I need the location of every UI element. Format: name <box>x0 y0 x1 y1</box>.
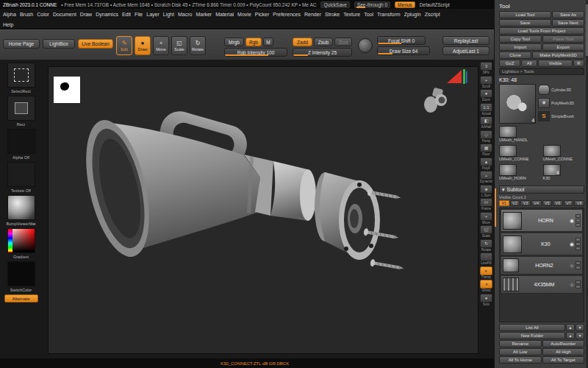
tool-thumbnail[interactable] <box>499 126 517 138</box>
local-symmetry-icon[interactable]: ◈ <box>480 185 492 194</box>
z-intensity-slider[interactable]: Z Intensity 25 <box>293 48 352 57</box>
transparency-icon[interactable]: ◐ <box>480 266 492 275</box>
tab-v8[interactable]: V8 <box>574 200 584 206</box>
menu-material[interactable]: Material <box>215 12 234 17</box>
tool-thumbnail[interactable] <box>499 164 517 176</box>
new-folder-button[interactable]: New Folder <box>499 332 565 339</box>
ghost-icon[interactable]: ◑ <box>480 280 492 289</box>
recent-tool-polymesh3d[interactable]: ★ PolyMesh3D <box>538 97 584 109</box>
goz-visible-button[interactable]: Visible <box>538 60 573 67</box>
recent-tool-umesh-conne-2[interactable]: UMesh_CONNE <box>543 145 585 163</box>
menu-help[interactable]: Help <box>3 22 13 27</box>
rename-button[interactable]: Rename <box>499 340 542 347</box>
tab-v7[interactable]: V7 <box>564 200 574 206</box>
menu-layer[interactable]: Layer <box>146 12 159 17</box>
alpha-off-thumbnail[interactable] <box>7 129 35 154</box>
menu-zscript[interactable]: Zscript <box>425 12 440 17</box>
home-page-button[interactable]: Home Page <box>3 39 40 49</box>
polyframe-icon[interactable]: ▲ <box>480 158 492 166</box>
recent-tool-umesh-handl[interactable]: UMesh_HANDL <box>499 126 541 144</box>
save-next-button[interactable]: Save Next <box>552 19 584 26</box>
zcut-button[interactable]: Zcut <box>334 38 352 46</box>
paste-tool-button[interactable]: Paste Tool <box>542 35 585 43</box>
menu-draw[interactable]: Draw <box>80 12 92 17</box>
tab-v5[interactable]: V5 <box>542 200 553 206</box>
rotate-canvas-icon[interactable]: ↻ <box>480 239 492 248</box>
menu-movie[interactable]: Movie <box>237 12 251 17</box>
all-to-target-button[interactable]: All To Target <box>542 356 585 364</box>
goz-r-button[interactable]: R <box>573 60 584 67</box>
tab-v4[interactable]: V4 <box>531 200 542 206</box>
goz-button[interactable]: GoZ <box>499 60 520 67</box>
visibility-eye-icon[interactable]: ◉ <box>570 241 574 247</box>
active-tool-thumbnail[interactable]: 4 <box>499 84 536 124</box>
recent-tool-simplebrush[interactable]: S SimpleBrush <box>538 110 584 122</box>
subtool-thumbnail[interactable] <box>503 236 522 253</box>
tab-v1[interactable]: V1 <box>499 200 509 206</box>
draw-mode-button[interactable]: ● Draw <box>135 36 151 55</box>
tab-v2[interactable]: V2 <box>510 200 520 206</box>
menu-macro[interactable]: Macro <box>178 12 192 17</box>
alpha-preview-square[interactable] <box>54 77 80 103</box>
replay-last-button[interactable]: ReplayLast <box>442 36 490 45</box>
menu-dynamics[interactable]: Dynamics <box>96 12 118 17</box>
mrgb-button[interactable]: Mrgb <box>224 38 244 46</box>
subtool-section-header[interactable]: ▾ Subtool <box>499 185 584 194</box>
move-mode-button[interactable]: + Move <box>153 36 169 55</box>
visibility-eye-icon[interactable]: ◉ <box>570 263 574 268</box>
menu-document[interactable]: Document <box>53 12 76 17</box>
import-button[interactable]: Import <box>499 43 542 51</box>
folder-down-button[interactable]: ▼ <box>576 332 584 339</box>
recent-tool-k30[interactable]: 4 K30 <box>543 164 585 183</box>
color-picker[interactable] <box>7 228 35 253</box>
tab-v6[interactable]: V6 <box>553 200 563 206</box>
folder-up-button[interactable]: ▲ <box>566 332 575 339</box>
save-as-button[interactable]: Save As <box>552 11 584 18</box>
canvas-3d-model[interactable] <box>49 67 478 353</box>
live-boolean-button[interactable]: Live Boolean <box>78 39 113 49</box>
tab-v3[interactable]: V3 <box>520 200 531 206</box>
menus-button[interactable]: Menus <box>395 1 415 8</box>
make-polymesh3d-button[interactable]: Make PolyMesh3D <box>532 52 584 59</box>
goz-all-button[interactable]: All <box>521 60 537 67</box>
aahalf-icon[interactable]: ◧ <box>480 116 492 125</box>
adjust-last-button[interactable]: AdjustLast 1 <box>442 46 490 55</box>
floor-grid-icon[interactable]: ▦ <box>480 144 492 152</box>
rotate-mode-button[interactable]: ↻ Rotate <box>190 36 206 55</box>
tool-thumbnail[interactable] <box>543 145 561 157</box>
frame-icon[interactable]: ▭ <box>480 198 492 207</box>
focal-shift-slider[interactable]: Focal Shift 0 <box>377 36 426 45</box>
subtool-row-4x35mm[interactable]: 4X35MM ◉ <box>501 275 583 294</box>
zadd-button[interactable]: Zadd <box>293 38 312 46</box>
menu-stroke[interactable]: Stroke <box>325 12 340 17</box>
menu-texture[interactable]: Texture <box>343 12 360 17</box>
default-zscript-label[interactable]: DefaultZScript <box>420 2 450 7</box>
subtool-down-button[interactable]: ▼ <box>576 324 584 331</box>
visibility-eye-icon[interactable]: ◉ <box>570 282 574 287</box>
menu-transform[interactable]: Transform <box>377 12 401 17</box>
clone-button[interactable]: Clone <box>499 52 531 59</box>
visibility-eye-icon[interactable]: ◉ <box>570 218 574 223</box>
material-sphere-thumbnail[interactable] <box>7 195 35 220</box>
subtool-thumbnail[interactable] <box>503 258 519 272</box>
perspective-icon[interactable]: ◇ <box>480 130 492 139</box>
zoom-icon[interactable]: ● <box>480 89 492 98</box>
see-through-slider[interactable]: See-through 0 <box>354 1 390 8</box>
subtool-row-horn[interactable]: HORN ◉ <box>501 209 583 232</box>
rgb-button[interactable]: Rgb <box>245 38 262 46</box>
autoreorder-button[interactable]: AutoReorder <box>542 340 585 347</box>
copy-tool-button[interactable]: Copy Tool <box>499 35 542 43</box>
menu-brush[interactable]: Brush <box>20 12 33 17</box>
scale-canvas-icon[interactable]: ◱ <box>480 225 492 234</box>
dynamic-icon[interactable]: ▵ <box>480 171 492 180</box>
recent-tool-umesh-horn[interactable]: UMesh_HORN <box>499 164 541 183</box>
menu-light[interactable]: Light <box>163 12 174 17</box>
menu-color[interactable]: Color <box>37 12 49 17</box>
texture-off-thumbnail[interactable] <box>7 162 35 187</box>
menu-picker[interactable]: Picker <box>255 12 269 17</box>
move-canvas-icon[interactable]: + <box>480 212 492 221</box>
all-to-home-button[interactable]: All To Home <box>499 356 542 364</box>
edit-mode-button[interactable]: ✎ Edit <box>116 36 132 55</box>
spix-slider[interactable]: 3 <box>480 62 492 71</box>
brush-thumbnail[interactable] <box>7 63 35 88</box>
